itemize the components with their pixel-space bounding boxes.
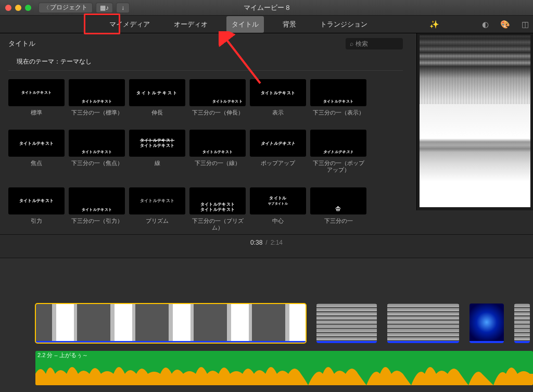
video-clip[interactable] bbox=[316, 304, 377, 343]
total-duration: 2:14 bbox=[271, 239, 283, 246]
title-preset[interactable]: ♔ 下三分の一 bbox=[310, 187, 366, 231]
search-box[interactable]: ⌕ 検索 bbox=[346, 38, 403, 49]
close-window[interactable] bbox=[5, 5, 11, 11]
color-balance-icon[interactable]: ◐ bbox=[482, 20, 489, 29]
title-preset[interactable]: タイトルテキスト 下三分の一（線） bbox=[189, 130, 246, 173]
title-preset[interactable]: タイトルテキスト 下三分の一（標準） bbox=[69, 79, 125, 116]
title-grid: タイトルテキスト 標準 タイトルテキスト 下三分の一（標準） タイトルテキスト … bbox=[0, 74, 411, 236]
adjust-toolbar: ✨ ◐ 🎨 ◫ bbox=[429, 16, 529, 33]
crown-icon: ♔ bbox=[335, 205, 341, 212]
current-theme: 現在のテーマ：テーマなし bbox=[8, 54, 403, 71]
traffic-lights bbox=[5, 5, 31, 11]
tab-audio[interactable]: オーディオ bbox=[169, 16, 213, 33]
title-preset[interactable]: タイトルテキスト 引力 bbox=[8, 187, 65, 231]
back-to-projects-button[interactable]: 〈 プロジェクト bbox=[39, 3, 93, 13]
title-preset[interactable]: タイトルテキスト 下三分の一（伸長） bbox=[189, 79, 246, 116]
video-clip[interactable] bbox=[469, 304, 504, 343]
timeline[interactable]: 2.2 分 – 上がるぅ～ bbox=[0, 258, 533, 392]
maximize-window[interactable] bbox=[25, 5, 31, 11]
title-preset[interactable]: タイトルテキスト ポップアップ bbox=[250, 130, 306, 173]
section-title: タイトル bbox=[8, 39, 35, 48]
titles-browser: タイトル ⌕ 検索 現在のテーマ：テーマなし タイトルテキスト 標準 タイトルテ… bbox=[0, 33, 411, 236]
preview-panel bbox=[416, 33, 533, 210]
title-preset[interactable]: タイトルテキスト 焦点 bbox=[8, 130, 65, 173]
current-time: 0:38 bbox=[250, 239, 262, 246]
back-button-label: プロジェクト bbox=[50, 3, 87, 12]
tab-backgrounds[interactable]: 背景 bbox=[277, 16, 301, 33]
title-preset[interactable]: タイトル サブタイトル 中心 bbox=[250, 187, 306, 231]
title-preset[interactable]: タイトルテキスト プリズム bbox=[129, 187, 185, 231]
search-icon: ⌕ bbox=[350, 40, 353, 47]
minimize-window[interactable] bbox=[15, 5, 21, 11]
preview-viewer[interactable] bbox=[420, 35, 530, 207]
title-preset[interactable]: タイトルテキスト タイトルテキスト 下三分の一（プリズム） bbox=[189, 187, 246, 231]
search-placeholder: 検索 bbox=[356, 40, 368, 48]
title-preset[interactable]: タイトルテキスト 伸長 bbox=[129, 79, 185, 116]
chevron-left-icon: 〈 bbox=[44, 4, 49, 11]
tab-transitions[interactable]: トランジション bbox=[315, 16, 373, 33]
playback-time: 0:38 / 2:14 bbox=[0, 234, 533, 250]
audio-clip[interactable]: 2.2 分 – 上がるぅ～ bbox=[35, 351, 533, 385]
title-preset[interactable]: タイトルテキスト 下三分の一（ポップアップ） bbox=[310, 130, 366, 173]
video-clip[interactable] bbox=[514, 304, 530, 343]
tab-titles[interactable]: タイトル bbox=[226, 16, 264, 33]
video-track bbox=[0, 303, 533, 344]
titlebar: 〈 プロジェクト ▦♪ ↓ マイムービー 8 bbox=[0, 0, 533, 16]
title-preset[interactable]: タイトルテキスト 下三分の一（焦点） bbox=[69, 130, 125, 173]
section-header: タイトル ⌕ 検索 bbox=[0, 33, 411, 54]
video-clip[interactable] bbox=[35, 304, 306, 343]
title-preset[interactable]: タイトルテキスト 表示 bbox=[250, 79, 306, 116]
video-clip[interactable] bbox=[387, 304, 459, 343]
media-tabs: マイメディア オーディオ タイトル 背景 トランジション ✨ ◐ 🎨 ◫ bbox=[0, 16, 533, 33]
title-preset[interactable]: タイトルテキスト 下三分の一（表示） bbox=[310, 79, 366, 116]
color-correction-icon[interactable]: 🎨 bbox=[500, 20, 510, 29]
import-button[interactable]: ↓ bbox=[116, 3, 130, 13]
audio-waveform bbox=[35, 356, 533, 385]
title-preset[interactable]: タイトルテキスト 下三分の一（引力） bbox=[69, 187, 125, 231]
library-view-button[interactable]: ▦♪ bbox=[96, 3, 113, 13]
wand-icon[interactable]: ✨ bbox=[429, 20, 439, 29]
tab-my-media[interactable]: マイメディア bbox=[104, 16, 155, 33]
title-preset[interactable]: タイトルテキスト タイトルテキスト 線 bbox=[129, 130, 185, 173]
crop-icon[interactable]: ◫ bbox=[522, 20, 529, 29]
title-preset[interactable]: タイトルテキスト 標準 bbox=[8, 79, 65, 116]
